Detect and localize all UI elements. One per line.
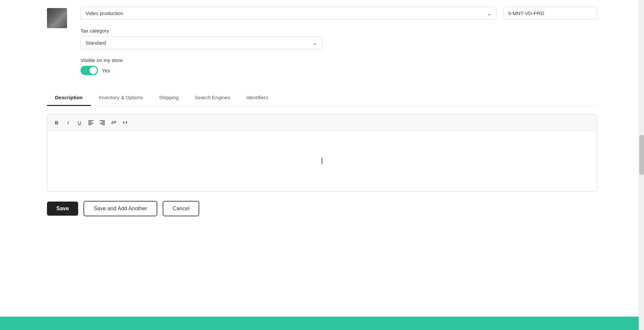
align-right-icon xyxy=(100,120,105,125)
category-select-wrapper: Video production ⌄ xyxy=(80,7,496,20)
save-add-another-button[interactable]: Save and Add Another xyxy=(84,201,157,216)
code-icon xyxy=(122,120,128,125)
scrollbar-area[interactable] xyxy=(639,0,644,330)
svg-rect-3 xyxy=(88,124,92,125)
visible-toggle[interactable] xyxy=(80,66,98,75)
tab-inventory-options[interactable]: Inventory & Options xyxy=(91,90,151,106)
scrollbar-thumb[interactable] xyxy=(639,135,644,175)
top-row: Video production ⌄ Tax category Standard… xyxy=(47,7,597,80)
editor-body[interactable] xyxy=(47,131,597,191)
top-section: Video production ⌄ Tax category Standard… xyxy=(0,0,644,87)
tabs-section: Description Inventory & Options Shipping… xyxy=(47,90,597,106)
tab-shipping[interactable]: Shipping xyxy=(151,90,186,106)
tab-search-engines[interactable]: Search Engines xyxy=(187,90,238,106)
svg-rect-1 xyxy=(88,122,92,122)
italic-button[interactable]: I xyxy=(63,117,73,128)
tax-select-wrapper: Standard ⌄ xyxy=(80,36,322,49)
align-left-button[interactable] xyxy=(86,117,96,128)
visible-row: Yes xyxy=(80,66,597,75)
visible-label: Visible on my store xyxy=(80,57,597,63)
category-select[interactable]: Video production xyxy=(80,7,496,20)
visible-section: Visible on my store Yes xyxy=(80,57,597,75)
category-select-wrap: Video production ⌄ xyxy=(80,7,496,20)
editor-section: B I U xyxy=(47,114,597,191)
right-fields: Video production ⌄ Tax category Standard… xyxy=(80,7,597,80)
actions-section: Save Save and Add Another Cancel xyxy=(47,201,597,216)
page-wrapper: Video production ⌄ Tax category Standard… xyxy=(0,0,644,330)
bottom-bar xyxy=(0,317,644,330)
standard-select-wrap: Standard ⌄ xyxy=(80,36,322,49)
code-button[interactable] xyxy=(120,117,130,128)
align-left-icon xyxy=(88,120,94,125)
sku-input[interactable] xyxy=(503,7,597,20)
category-sku-row: Video production ⌄ xyxy=(80,7,597,20)
save-button[interactable]: Save xyxy=(47,202,78,216)
editor-toolbar: B I U xyxy=(47,114,597,131)
product-image-thumb[interactable] xyxy=(47,8,67,28)
bold-button[interactable]: B xyxy=(51,117,62,128)
rich-editor: B I U xyxy=(47,114,597,191)
product-image-placeholder xyxy=(47,8,67,28)
toggle-knob xyxy=(90,67,97,74)
svg-rect-5 xyxy=(102,122,105,122)
cancel-button[interactable]: Cancel xyxy=(163,201,200,216)
tax-category-select[interactable]: Standard xyxy=(80,36,322,49)
align-right-button[interactable] xyxy=(97,117,108,128)
link-button[interactable] xyxy=(108,117,119,128)
svg-rect-4 xyxy=(100,120,105,121)
svg-rect-2 xyxy=(88,123,94,124)
link-icon xyxy=(111,120,116,125)
tab-identifiers[interactable]: Identifiers xyxy=(238,90,276,106)
svg-rect-6 xyxy=(100,123,105,124)
tabs-row: Description Inventory & Options Shipping… xyxy=(47,90,597,106)
tab-description[interactable]: Description xyxy=(47,90,91,106)
toggle-state-label: Yes xyxy=(102,68,110,73)
sku-field-wrap xyxy=(503,7,597,20)
svg-rect-7 xyxy=(102,124,105,125)
tax-category-section: Tax category Standard ⌄ xyxy=(80,28,597,49)
underline-button[interactable]: U xyxy=(74,117,85,128)
svg-rect-0 xyxy=(88,120,94,121)
tax-category-label: Tax category xyxy=(80,28,597,34)
text-cursor xyxy=(322,158,322,164)
